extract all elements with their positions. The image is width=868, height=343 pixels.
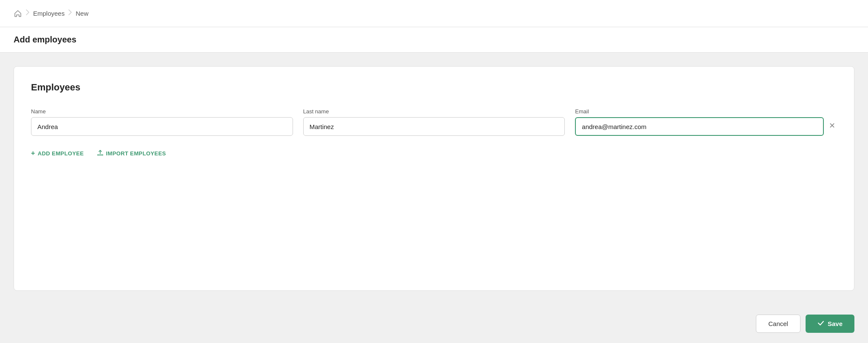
- add-employee-label: ADD EMPLOYEE: [38, 150, 84, 157]
- email-label: Email: [575, 108, 824, 115]
- breadcrumb: Employees New: [14, 9, 88, 18]
- import-employees-label: IMPORT EMPLOYEES: [106, 150, 166, 157]
- upload-icon: [97, 150, 103, 157]
- lastname-input[interactable]: [303, 117, 565, 136]
- breadcrumb-new: New: [76, 10, 88, 17]
- top-bar: Employees New: [0, 0, 868, 27]
- name-label: Name: [31, 108, 293, 115]
- name-input[interactable]: [31, 117, 293, 136]
- breadcrumb-employees[interactable]: Employees: [33, 10, 65, 17]
- email-input[interactable]: [575, 117, 824, 136]
- footer-actions: Cancel Save: [0, 304, 868, 343]
- lastname-label: Last name: [303, 108, 565, 115]
- save-label: Save: [828, 320, 843, 327]
- save-button[interactable]: Save: [806, 315, 854, 333]
- email-field: Email: [575, 108, 824, 136]
- page-header: Add employees: [0, 27, 868, 53]
- breadcrumb-separator-1: [25, 9, 30, 18]
- plus-icon: +: [31, 149, 35, 157]
- form-row: Name Last name Email ✕: [31, 108, 837, 136]
- lastname-field: Last name: [303, 108, 565, 136]
- card-title: Employees: [31, 82, 837, 93]
- employees-card: Employees Name Last name Email: [14, 66, 854, 291]
- main-content: Employees Name Last name Email: [0, 53, 868, 304]
- name-field: Name: [31, 108, 293, 136]
- page-title: Add employees: [14, 35, 854, 45]
- action-row: + ADD EMPLOYEE IMPORT EMPLOYEES: [31, 149, 837, 157]
- close-icon: ✕: [829, 122, 835, 129]
- check-icon: [817, 320, 824, 328]
- email-field-wrapper: Email ✕: [575, 108, 837, 136]
- cancel-button[interactable]: Cancel: [756, 315, 800, 333]
- add-employee-button[interactable]: + ADD EMPLOYEE: [31, 149, 84, 157]
- import-employees-button[interactable]: IMPORT EMPLOYEES: [97, 150, 166, 157]
- breadcrumb-home-icon[interactable]: [14, 9, 22, 18]
- breadcrumb-separator-2: [68, 9, 72, 18]
- clear-email-button[interactable]: ✕: [827, 120, 837, 131]
